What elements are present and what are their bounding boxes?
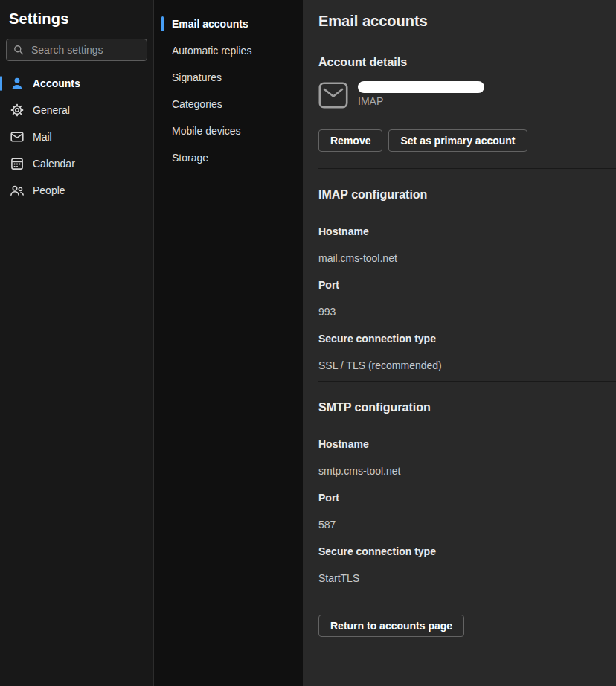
- smtp-port-value: 587: [318, 519, 616, 530]
- email-accounts-panel: Email accounts Account details IMAP Remo…: [303, 0, 616, 686]
- settings-title: Settings: [9, 10, 153, 28]
- sidebar-item-calendar[interactable]: Calendar: [0, 150, 153, 177]
- person-icon: [10, 76, 25, 91]
- redacted-email-address: [358, 81, 484, 93]
- settings-window: Settings Accounts: [0, 0, 616, 686]
- smtp-secure-connection-value: StartTLS: [318, 572, 616, 584]
- subnav-item-label: Email accounts: [172, 18, 248, 30]
- subnav-item-categories[interactable]: Categories: [154, 91, 303, 118]
- smtp-hostname-value: smtp.cms-tool.net: [318, 465, 616, 477]
- subnav-item-mobile-devices[interactable]: Mobile devices: [154, 118, 303, 144]
- set-primary-account-button[interactable]: Set as primary account: [388, 129, 527, 152]
- imap-secure-connection-value: SSL / TLS (recommended): [318, 359, 616, 371]
- section-divider: [318, 381, 616, 382]
- gear-icon: [10, 103, 25, 118]
- smtp-secure-connection-label: Secure connection type: [318, 545, 616, 557]
- subnav-item-signatures[interactable]: Signatures: [154, 64, 303, 91]
- subnav-item-email-accounts[interactable]: Email accounts: [154, 10, 303, 37]
- section-divider: [318, 168, 616, 169]
- accounts-subnav: Email accounts Automatic replies Signatu…: [154, 0, 303, 686]
- people-icon: [10, 183, 25, 198]
- panel-header: Email accounts: [303, 0, 616, 42]
- account-type-label: IMAP: [358, 96, 484, 107]
- sidebar-item-label: Calendar: [33, 158, 75, 170]
- search-settings-input[interactable]: [30, 43, 141, 57]
- subnav-item-label: Signatures: [172, 71, 222, 83]
- smtp-hostname-label: Hostname: [318, 438, 616, 450]
- sidebar-item-label: Mail: [33, 131, 52, 143]
- subnav-item-label: Categories: [172, 98, 222, 110]
- active-indicator: [161, 16, 164, 31]
- mail-icon: [10, 129, 25, 144]
- return-to-accounts-button[interactable]: Return to accounts page: [318, 615, 464, 637]
- sidebar-item-label: Accounts: [33, 77, 80, 89]
- smtp-port-label: Port: [318, 492, 616, 504]
- account-info: IMAP: [358, 81, 484, 107]
- subnav-item-automatic-replies[interactable]: Automatic replies: [154, 37, 303, 64]
- account-details-heading: Account details: [318, 56, 616, 69]
- panel-body: Account details IMAP Remove Set as prima…: [303, 42, 616, 637]
- subnav-item-storage[interactable]: Storage: [154, 144, 303, 171]
- sidebar-item-accounts[interactable]: Accounts: [0, 70, 153, 97]
- search-settings-box[interactable]: [6, 39, 147, 61]
- sidebar-item-label: People: [33, 185, 65, 196]
- active-indicator: [0, 76, 2, 91]
- imap-port-value: 993: [318, 306, 616, 318]
- sidebar-item-people[interactable]: People: [0, 177, 153, 204]
- imap-port-label: Port: [318, 279, 616, 291]
- email-account-icon: [318, 82, 348, 109]
- smtp-configuration-heading: SMTP configuration: [318, 401, 616, 414]
- imap-hostname-label: Hostname: [318, 225, 616, 237]
- subnav-item-label: Automatic replies: [172, 45, 251, 57]
- imap-secure-connection-label: Secure connection type: [318, 333, 616, 344]
- remove-account-button[interactable]: Remove: [318, 129, 382, 152]
- search-icon: [13, 44, 25, 56]
- account-summary: IMAP: [318, 81, 616, 109]
- settings-sidebar: Settings Accounts: [0, 0, 154, 686]
- imap-hostname-value: mail.cms-tool.net: [318, 252, 616, 264]
- sidebar-item-general[interactable]: General: [0, 97, 153, 124]
- imap-configuration-heading: IMAP configuration: [318, 188, 616, 202]
- sidebar-item-label: General: [33, 104, 70, 116]
- section-divider: [318, 594, 616, 594]
- account-actions: Remove Set as primary account: [318, 129, 616, 152]
- subnav-item-label: Mobile devices: [172, 125, 241, 137]
- calendar-icon: [10, 156, 25, 171]
- sidebar-item-mail[interactable]: Mail: [0, 124, 153, 150]
- page-title: Email accounts: [318, 13, 428, 30]
- settings-nav: Accounts: [0, 70, 153, 204]
- subnav-item-label: Storage: [172, 152, 208, 164]
